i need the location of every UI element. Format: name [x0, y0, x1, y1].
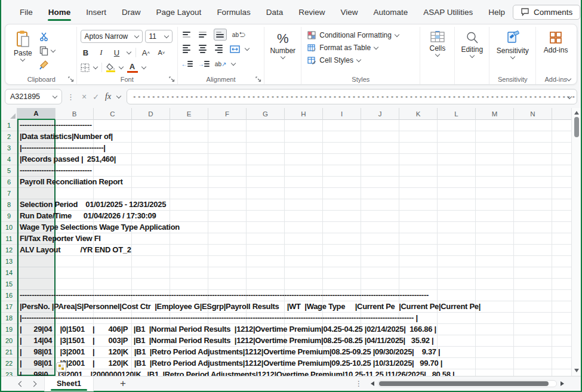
- tab-home[interactable]: Home: [41, 2, 79, 22]
- paste-button[interactable]: Paste: [10, 29, 36, 71]
- column-header-a[interactable]: A: [17, 108, 56, 120]
- conditional-formatting-button[interactable]: Conditional Formatting: [307, 29, 416, 41]
- borders-icon[interactable]: [81, 63, 90, 72]
- column-header-c[interactable]: C: [94, 108, 132, 120]
- select-all-corner[interactable]: [1, 108, 17, 120]
- cell-row-1[interactable]: ------------------------------: [20, 120, 92, 131]
- orientation-icon[interactable]: ab↗: [215, 58, 227, 69]
- align-left-icon[interactable]: [181, 44, 192, 54]
- tab-insert[interactable]: Insert: [78, 2, 114, 22]
- cut-icon[interactable]: [39, 32, 49, 41]
- tab-asap-utilities[interactable]: ASAP Utilities: [415, 2, 481, 22]
- cancel-icon[interactable]: ×: [82, 92, 87, 101]
- cell-row-4[interactable]: |Records passed | 251,460|: [20, 154, 116, 165]
- cell-row-20[interactable]: | 14|04 |3|1501 | 003|P |B1 |Normal Peri…: [20, 335, 433, 347]
- scroll-down-arrow-icon[interactable]: [574, 369, 579, 372]
- fill-color-chevron-icon[interactable]: [118, 64, 123, 69]
- middle-align-icon[interactable]: [198, 29, 208, 40]
- borders-chevron-icon[interactable]: [93, 64, 97, 69]
- name-box[interactable]: A321895: [5, 89, 62, 104]
- insert-function-chevron-icon[interactable]: [116, 94, 121, 98]
- clipboard-dialog-launcher-icon[interactable]: [68, 76, 74, 82]
- cell-row-8[interactable]: Selection Period 01/01/2025 - 12/31/2025: [20, 199, 166, 211]
- format-painter-icon[interactable]: [39, 60, 49, 70]
- align-right-icon[interactable]: [214, 44, 224, 54]
- column-header-partial[interactable]: [552, 108, 571, 120]
- cell-row-18[interactable]: |---------------------------------------…: [20, 313, 418, 324]
- bottom-align-icon[interactable]: [214, 29, 227, 41]
- scroll-up-arrow-icon[interactable]: [574, 111, 579, 115]
- column-header-n[interactable]: N: [514, 108, 552, 120]
- cells-button[interactable]: Cells: [424, 30, 451, 57]
- underline-chevron-icon[interactable]: [126, 50, 131, 54]
- top-align-icon[interactable]: [181, 29, 192, 40]
- formula-bar-drag-dots[interactable]: ⋮: [66, 92, 76, 101]
- merge-chevron-icon[interactable]: [245, 46, 250, 51]
- tab-file[interactable]: File: [12, 2, 41, 22]
- tab-data[interactable]: Data: [258, 2, 291, 22]
- cell-row-6[interactable]: Payroll Reconciliation Report: [20, 177, 123, 188]
- increase-indent-icon[interactable]: →: [198, 58, 210, 69]
- addins-button[interactable]: Add-ins: [540, 29, 572, 55]
- alignment-dialog-launcher-icon[interactable]: [255, 76, 261, 82]
- orientation-chevron-icon[interactable]: [231, 61, 236, 66]
- merge-center-icon[interactable]: [230, 45, 240, 53]
- insert-function-icon[interactable]: fx: [105, 92, 111, 101]
- formula-input[interactable]: ----------------------------------------…: [127, 89, 577, 104]
- wrap-text-icon[interactable]: ab⮌: [232, 29, 245, 40]
- tab-help[interactable]: Help: [481, 2, 513, 22]
- enter-icon[interactable]: ✓: [93, 92, 99, 101]
- vertical-scrollbar[interactable]: [571, 108, 581, 376]
- copy-chevron-icon[interactable]: [50, 48, 55, 53]
- decrease-font-button[interactable]: A˅: [156, 47, 167, 58]
- scroll-left-arrow-icon[interactable]: [371, 381, 374, 386]
- sheet-tab-sheet1[interactable]: Sheet1: [44, 376, 94, 391]
- column-header-k[interactable]: K: [399, 108, 438, 120]
- cell-styles-button[interactable]: Cell Styles: [307, 54, 416, 66]
- editing-button[interactable]: Editing: [458, 30, 485, 58]
- comments-button[interactable]: Comments: [513, 5, 580, 20]
- cell-row-11[interactable]: FI/Tax Reporter View FI: [20, 233, 101, 245]
- font-name-combo[interactable]: Aptos Narrow: [81, 30, 143, 43]
- tab-draw[interactable]: Draw: [114, 2, 149, 22]
- column-header-d[interactable]: D: [132, 108, 170, 120]
- cell-row-10[interactable]: Wage Type Selections Wage Type Applicati…: [20, 222, 180, 233]
- cell-row-2[interactable]: |Data statistics|Number of|: [20, 131, 113, 143]
- column-header-m[interactable]: M: [476, 108, 514, 120]
- cell-row-23[interactable]: | 98|0 |3|2001 |2000000120|K |B1 |Retro …: [20, 369, 454, 376]
- cell-row-16[interactable]: ----------------------------------------…: [20, 290, 429, 301]
- fill-color-icon[interactable]: [106, 63, 115, 72]
- font-dialog-launcher-icon[interactable]: [169, 76, 175, 82]
- column-header-j[interactable]: J: [361, 108, 399, 120]
- copy-icon[interactable]: [39, 46, 48, 55]
- column-header-e[interactable]: E: [170, 108, 208, 120]
- next-sheet-icon[interactable]: [31, 381, 37, 387]
- cell-row-21[interactable]: | 98|01 |3|2001 | 120|K |B1 |Retro Perio…: [20, 347, 440, 358]
- font-color-chevron-icon[interactable]: [141, 64, 146, 69]
- bold-button[interactable]: B: [81, 47, 91, 58]
- tab-page-layout[interactable]: Page Layout: [149, 2, 210, 22]
- horizontal-scroll-track[interactable]: [378, 380, 557, 387]
- horizontal-scroll-thumb[interactable]: [379, 381, 549, 386]
- column-header-h[interactable]: H: [285, 108, 323, 120]
- font-size-combo[interactable]: 11: [145, 30, 173, 43]
- tab-automate[interactable]: Automate: [365, 2, 415, 22]
- cell-row-3[interactable]: |----------------------------------|: [20, 143, 106, 154]
- sheetbar-drag-dots[interactable]: ⋮: [355, 379, 371, 388]
- font-color-icon[interactable]: A: [127, 62, 138, 73]
- add-sheet-button[interactable]: +: [94, 378, 126, 390]
- cell-row-22[interactable]: | 98|01 |3|2001 | 120|K |B1 |Retro Perio…: [20, 358, 442, 369]
- column-header-b[interactable]: B: [56, 108, 94, 120]
- number-format-button[interactable]: % Number: [268, 31, 297, 60]
- decrease-indent-icon[interactable]: ←: [181, 58, 193, 69]
- paste-options-smarttag[interactable]: [56, 362, 66, 372]
- underline-button[interactable]: U: [112, 47, 122, 58]
- cell-row-19[interactable]: | 29|04 |0|1501 | 406|P |B1 |Normal Peri…: [20, 324, 436, 335]
- cell-row-9[interactable]: Run Date/Time 01/04/2026 / 17:30:09: [20, 211, 156, 222]
- horizontal-scrollbar[interactable]: [371, 380, 581, 387]
- italic-button[interactable]: I: [96, 47, 107, 58]
- column-header-f[interactable]: F: [208, 108, 247, 120]
- tab-view[interactable]: View: [332, 2, 365, 22]
- prev-sheet-icon[interactable]: [19, 381, 24, 387]
- tab-formulas[interactable]: Formulas: [209, 2, 258, 22]
